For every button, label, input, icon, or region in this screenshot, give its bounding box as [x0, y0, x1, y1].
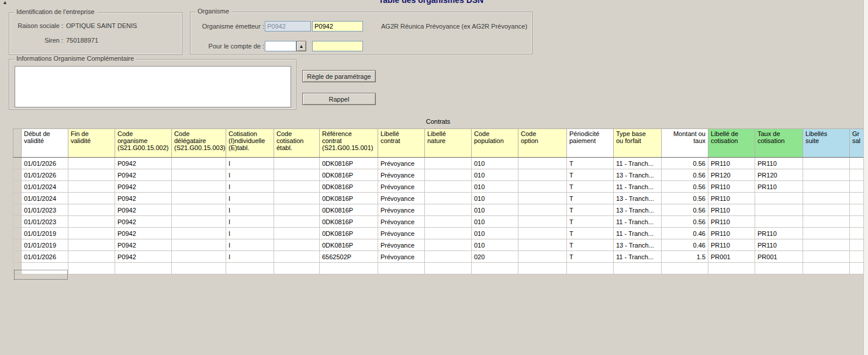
cell[interactable]: 0.56 [662, 169, 708, 181]
cell[interactable]: I [226, 158, 274, 169]
cell[interactable]: P0942 [115, 181, 172, 193]
cell[interactable]: Prévoyance [378, 204, 425, 216]
cell[interactable] [518, 216, 567, 228]
cell[interactable]: Prévoyance [378, 193, 425, 204]
cell[interactable] [274, 228, 320, 239]
cell[interactable]: 01/01/2026 [22, 251, 68, 263]
cell[interactable] [22, 263, 68, 274]
row-selector[interactable] [13, 228, 22, 239]
organisme-emetteur-input[interactable] [312, 21, 363, 32]
cell[interactable]: 0DK0816P [320, 216, 378, 228]
cell[interactable] [850, 169, 864, 181]
cell[interactable]: PR110 [755, 239, 803, 251]
cell[interactable]: P0942 [115, 228, 172, 239]
cell[interactable] [68, 228, 115, 239]
cell[interactable]: PR110 [708, 216, 755, 228]
cell[interactable]: P0942 [115, 204, 172, 216]
cell[interactable]: I [226, 228, 274, 239]
cell[interactable] [274, 204, 320, 216]
cell[interactable] [172, 193, 226, 204]
cell[interactable]: PR110 [708, 204, 755, 216]
cell[interactable] [68, 181, 115, 193]
pour-le-compte-input[interactable] [265, 41, 296, 51]
cell[interactable] [662, 263, 708, 274]
cell[interactable]: 01/01/2026 [22, 169, 68, 181]
cell[interactable] [803, 251, 850, 263]
row-selector[interactable] [13, 251, 22, 263]
pour-le-compte-dropdown-button[interactable]: ▲ [296, 41, 306, 51]
cell[interactable] [850, 239, 864, 251]
row-selector[interactable] [13, 216, 22, 228]
cell[interactable]: 01/01/2019 [22, 228, 68, 239]
cell[interactable] [425, 251, 472, 263]
cell[interactable] [425, 263, 472, 274]
cell[interactable] [68, 216, 115, 228]
vertical-scrollbar[interactable] [863, 0, 868, 355]
cell[interactable]: T [567, 228, 614, 239]
row-selector[interactable] [13, 204, 22, 216]
cell[interactable]: PR001 [755, 251, 803, 263]
cell[interactable] [68, 193, 115, 204]
cell[interactable] [274, 263, 320, 274]
cell[interactable]: PR001 [708, 251, 755, 263]
cell[interactable] [274, 251, 320, 263]
cell[interactable]: 11 - Tranch... [614, 216, 662, 228]
cell[interactable]: PR110 [708, 181, 755, 193]
cell[interactable] [755, 204, 803, 216]
cell[interactable]: T [567, 181, 614, 193]
infos-organisme-textarea[interactable] [15, 66, 291, 107]
cell[interactable]: 11 - Tranch... [614, 228, 662, 239]
cell[interactable] [518, 251, 567, 263]
cell[interactable]: Prévoyance [378, 239, 425, 251]
cell[interactable]: PR120 [755, 169, 803, 181]
cell[interactable] [850, 158, 864, 169]
cell[interactable]: P0942 [115, 216, 172, 228]
cell[interactable] [68, 239, 115, 251]
cell[interactable] [68, 169, 115, 181]
cell[interactable] [172, 216, 226, 228]
cell[interactable] [850, 216, 864, 228]
rappel-button[interactable]: Rappel [302, 93, 376, 105]
cell[interactable]: T [567, 239, 614, 251]
cell[interactable]: 0.56 [662, 204, 708, 216]
cell[interactable] [614, 263, 662, 274]
cell[interactable] [274, 216, 320, 228]
cell[interactable] [274, 239, 320, 251]
cell[interactable] [274, 193, 320, 204]
cell[interactable] [226, 263, 274, 274]
cell[interactable]: 11 - Tranch... [614, 158, 662, 169]
cell[interactable] [567, 263, 614, 274]
row-selector[interactable] [13, 181, 22, 193]
cell[interactable] [850, 228, 864, 239]
cell[interactable]: T [567, 251, 614, 263]
cell[interactable]: 010 [472, 228, 518, 239]
cell[interactable]: 0.56 [662, 193, 708, 204]
cell[interactable]: PR110 [755, 158, 803, 169]
cell[interactable] [850, 251, 864, 263]
cell[interactable] [755, 263, 803, 274]
cell[interactable] [378, 263, 425, 274]
cell[interactable]: I [226, 181, 274, 193]
cell[interactable] [425, 193, 472, 204]
cell[interactable]: P0942 [115, 193, 172, 204]
cell[interactable]: 01/01/2024 [22, 181, 68, 193]
cell[interactable] [320, 263, 378, 274]
row-selector[interactable] [13, 169, 22, 181]
cell[interactable] [425, 228, 472, 239]
cell[interactable] [755, 193, 803, 204]
cell[interactable]: 010 [472, 193, 518, 204]
cell[interactable]: I [226, 169, 274, 181]
cell[interactable] [172, 239, 226, 251]
cell[interactable] [472, 263, 518, 274]
cell[interactable] [803, 158, 850, 169]
cell[interactable] [172, 169, 226, 181]
cell[interactable] [803, 204, 850, 216]
cell[interactable]: Prévoyance [378, 169, 425, 181]
cell[interactable] [425, 239, 472, 251]
cell[interactable]: P0942 [115, 251, 172, 263]
cell[interactable] [803, 181, 850, 193]
cell[interactable]: 0.46 [662, 228, 708, 239]
cell[interactable]: Prévoyance [378, 228, 425, 239]
cell[interactable] [425, 216, 472, 228]
cell[interactable]: PR110 [708, 193, 755, 204]
